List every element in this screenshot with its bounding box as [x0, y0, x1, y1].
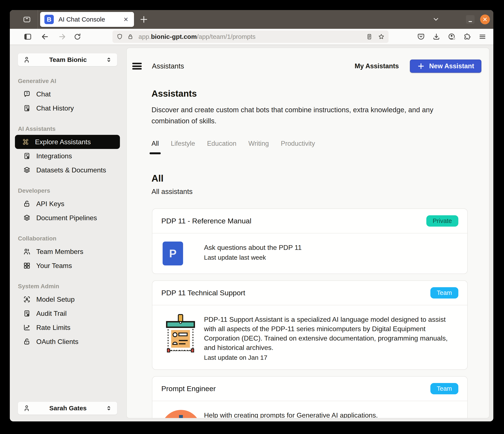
sidebar-item-document-pipelines[interactable]: Document Pipelines [15, 211, 120, 225]
assistant-description: Ask questions about the PDP 11 [204, 243, 302, 252]
site-favicon: B [44, 15, 54, 24]
sidebar-item-label: Team Members [36, 248, 83, 256]
unlock-icon [23, 338, 31, 345]
shield-icon[interactable] [116, 33, 123, 40]
extensions-puzzle-icon[interactable] [463, 33, 471, 41]
pocket-icon[interactable] [417, 33, 425, 41]
sidebar-item-audit-trail[interactable]: Audit Trail [15, 307, 120, 320]
url-bar[interactable]: app.bionic-gpt.com/app/team/1/prompts [112, 30, 388, 43]
sidebar-item-label: Explore Assistants [35, 138, 91, 146]
assistant-last-update: Last update on Jan 17 [204, 354, 458, 361]
sidebar-section-label: Developers [18, 187, 125, 194]
assistant-cards: PDP 11 - Reference ManualPrivatePAsk que… [152, 208, 468, 418]
assistant-card-pdp-11-reference-manual[interactable]: PDP 11 - Reference ManualPrivatePAsk que… [152, 208, 468, 274]
tab-all[interactable]: All [152, 140, 159, 153]
sidebar-section-generative-ai: Generative AI?ChatChat History [10, 78, 125, 115]
sidebar-item-model-setup[interactable]: Model Setup [15, 292, 120, 307]
tab-writing[interactable]: Writing [248, 140, 269, 153]
chevron-updown-icon [106, 405, 112, 411]
sidebar-section-ai-assistants: AI AssistantsExplore AssistantsIntegrati… [10, 126, 125, 177]
sidebar-item-label: Chat History [36, 104, 74, 112]
sidebar-item-chat-history[interactable]: Chat History [15, 101, 120, 115]
back-icon[interactable] [41, 32, 49, 41]
panel-header-title: Assistants [152, 62, 184, 70]
section-subheading: All assistants [152, 188, 489, 196]
main-panel: Assistants My Assistants New Assistant [126, 48, 489, 418]
id-badge-illustration-icon [162, 313, 199, 353]
card-text: PDP-11 Support Assistant is a specialize… [204, 313, 458, 361]
tab-education[interactable]: Education [207, 140, 236, 153]
url-text[interactable]: app.bionic-gpt.com/app/team/1/prompts [138, 33, 366, 40]
sidebar-item-label: Document Pipelines [36, 214, 97, 222]
sidebar-item-label: Rate Limits [36, 324, 70, 332]
card-body: Help with creating prompts for Generativ… [152, 401, 467, 418]
sidebar-section-developers: DevelopersAPI KeysDocument Pipelines [10, 187, 125, 225]
sidebar-item-integrations[interactable]: Integrations [15, 149, 120, 163]
sidebar-section-label: System Admin [18, 283, 125, 290]
lock-icon[interactable] [127, 33, 134, 40]
sidebar-item-explore-assistants[interactable]: Explore Assistants [15, 135, 120, 149]
reload-icon[interactable] [73, 33, 81, 41]
sidebar-item-label: Audit Trail [36, 310, 67, 317]
sidebar-item-chat[interactable]: ?Chat [15, 87, 120, 101]
browser-toolbar: app.bionic-gpt.com/app/team/1/prompts [10, 29, 493, 45]
assistant-letter-avatar: P [162, 242, 183, 265]
assistant-avatar-slot [161, 409, 204, 418]
sidebar-item-rate-limits[interactable]: Rate Limits [15, 320, 120, 335]
plus-icon [417, 62, 425, 70]
sidebar-item-label: OAuth Clients [36, 338, 78, 346]
page-intro: Assistants Discover and create custom ch… [152, 89, 489, 127]
sidebar-item-your-teams[interactable]: Your Teams [15, 259, 120, 273]
account-icon[interactable] [448, 33, 456, 41]
url-domain: bionic-gpt.com [151, 33, 197, 40]
assistant-card-prompt-engineer[interactable]: Prompt EngineerTeam Help with creating p… [152, 376, 468, 418]
sidebar-toggle-icon[interactable] [23, 32, 32, 41]
unlock-icon [23, 200, 31, 208]
tab-list-chevron-icon[interactable] [432, 15, 440, 23]
panel-menu-icon[interactable] [132, 62, 142, 70]
sidebar-item-team-members[interactable]: Team Members [15, 244, 120, 259]
new-assistant-button[interactable]: New Assistant [410, 60, 481, 73]
my-assistants-link[interactable]: My Assistants [355, 62, 399, 70]
command-icon [22, 138, 29, 146]
sidebar-item-oauth-clients[interactable]: OAuth Clients [15, 335, 120, 349]
visibility-badge: Private [426, 215, 458, 226]
user-selector[interactable]: Sarah Gates [18, 402, 117, 415]
downloads-icon[interactable] [432, 33, 441, 41]
window-minimize-button[interactable] [466, 15, 475, 24]
sidebar-section-collaboration: CollaborationTeam MembersYour Teams [10, 235, 125, 273]
assistant-title: PDP 11 Technical Support [161, 289, 245, 297]
user-selector-label: Sarah Gates [30, 405, 106, 412]
forward-icon[interactable] [58, 32, 67, 41]
bookmark-star-icon[interactable] [378, 33, 385, 40]
assistant-avatar-slot: P [161, 242, 204, 265]
svg-text:?: ? [26, 91, 28, 95]
sidebar-item-api-keys[interactable]: API Keys [15, 197, 120, 211]
team-selector[interactable]: Team Bionic [18, 53, 117, 66]
card-header: Prompt EngineerTeam [152, 377, 467, 401]
reader-mode-icon[interactable] [366, 33, 373, 40]
assistant-avatar-slot [161, 313, 204, 353]
sidebar-section-system-admin: System AdminModel SetupAudit TrailRate L… [10, 283, 125, 349]
layers-icon [23, 166, 31, 174]
window-close-button[interactable]: ✕ [480, 15, 490, 24]
browser-window: B AI Chat Console ✕ ✕ [10, 10, 493, 421]
tab-productivity[interactable]: Productivity [281, 140, 315, 153]
card-text: Ask questions about the PDP 11Last updat… [204, 242, 302, 261]
doc-person-icon [23, 310, 31, 317]
tab-overview-icon[interactable] [23, 15, 31, 24]
new-tab-icon[interactable] [139, 15, 149, 24]
chat-icon: ? [23, 90, 31, 98]
assistant-card-pdp-11-technical-support[interactable]: PDP 11 Technical SupportTeam PDP-11 Supp… [152, 280, 468, 370]
assistant-description: PDP-11 Support Assistant is a specialize… [204, 315, 458, 352]
visibility-badge: Team [430, 383, 458, 394]
card-header: PDP 11 Technical SupportTeam [152, 281, 467, 305]
browser-tab-active[interactable]: B AI Chat Console ✕ [40, 12, 134, 27]
tab-lifestyle[interactable]: Lifestyle [171, 140, 195, 153]
sidebar-item-datasets-documents[interactable]: Datasets & Documents [15, 163, 120, 177]
category-tabs: AllLifestyleEducationWritingProductivity [152, 140, 489, 153]
menu-hamburger-icon[interactable] [478, 33, 486, 41]
doc-person-icon [23, 104, 31, 112]
assistant-title: Prompt Engineer [161, 385, 216, 393]
tab-close-icon[interactable]: ✕ [122, 16, 130, 23]
